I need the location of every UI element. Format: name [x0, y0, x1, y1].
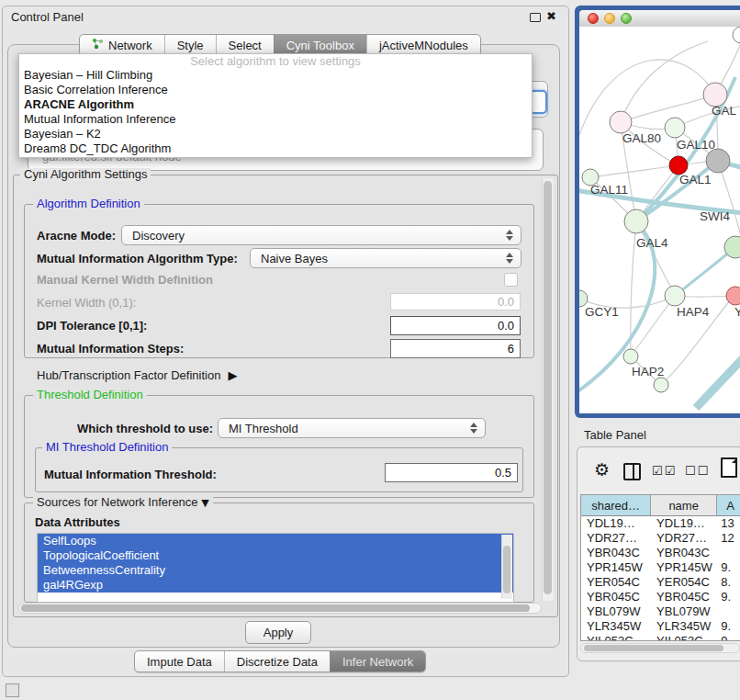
settings-gear-icon[interactable]: ⚙: [594, 459, 610, 480]
table-cell[interactable]: YDL19…: [651, 516, 717, 531]
table-cell[interactable]: YBR045C: [581, 590, 651, 604]
network-node-hap4[interactable]: [665, 286, 685, 306]
network-node-y[interactable]: [726, 287, 740, 305]
table-cell[interactable]: YIL053C: [581, 634, 651, 641]
which-threshold-select[interactable]: MI Threshold: [218, 418, 486, 438]
network-node-gal80[interactable]: [610, 111, 632, 133]
table-cell[interactable]: YPR145W: [581, 560, 651, 575]
table-row[interactable]: YER054CYER054C8.: [581, 575, 740, 590]
table-hscrollbar-thumb[interactable]: [584, 645, 723, 651]
tab-jactivemnodules[interactable]: jActiveMNodules: [366, 35, 480, 55]
zoom-traffic-light[interactable]: [621, 13, 632, 24]
bottom-tab-infer-network[interactable]: Infer Network: [330, 651, 425, 672]
table-cell[interactable]: 13: [717, 516, 740, 531]
table-row[interactable]: YBR045CYBR045C9.: [581, 590, 740, 604]
table-cell[interactable]: 9.: [717, 560, 740, 575]
mi-algorithm-type-select[interactable]: Naive Bayes: [250, 248, 521, 268]
network-node-hap2[interactable]: [623, 349, 638, 364]
network-node-gal4[interactable]: [624, 209, 648, 233]
table-cell[interactable]: YDL19…: [581, 516, 651, 531]
table-cell[interactable]: YDR27…: [651, 531, 717, 546]
table-cell[interactable]: YER054C: [651, 575, 717, 590]
table-cell[interactable]: YBL079W: [651, 604, 717, 619]
table-row[interactable]: YLR345WYLR345W9.: [581, 619, 740, 634]
table-cell[interactable]: YBR043C: [651, 546, 717, 560]
close-icon[interactable]: ✖: [546, 9, 556, 23]
table-row[interactable]: YDR27…YDR27…12: [581, 531, 740, 546]
column-header-shared[interactable]: shared…: [581, 495, 651, 515]
table-cell[interactable]: YBL079W: [581, 604, 651, 619]
dpi-tolerance-field[interactable]: 0.0: [390, 316, 521, 335]
table-cell[interactable]: YER054C: [581, 575, 651, 590]
tab-cyni-toolbox[interactable]: Cyni Toolbox: [274, 35, 366, 55]
table-cell[interactable]: 8.: [717, 575, 740, 590]
expanded-arrow-icon[interactable]: ▼: [201, 497, 208, 509]
attribute-item-betweennesscentrality[interactable]: BetweennessCentrality: [38, 563, 513, 578]
bottom-tab-discretize-data[interactable]: Discretize Data: [224, 651, 330, 672]
deselect-all-checkboxes-icon[interactable]: ☐☐: [685, 464, 710, 478]
table-cell[interactable]: YBR045C: [651, 590, 717, 604]
kernel-width-field[interactable]: 0.0: [390, 293, 521, 310]
table-cell[interactable]: YLR345W: [581, 619, 651, 634]
tab-select[interactable]: Select: [216, 35, 274, 55]
table-cell[interactable]: 9: [717, 634, 740, 641]
column-header-a[interactable]: A: [717, 495, 740, 515]
collapsed-arrow-icon[interactable]: ▶: [228, 368, 237, 382]
mi-steps-field[interactable]: 6: [390, 339, 521, 358]
table-cell[interactable]: 9.: [717, 590, 740, 604]
table-cell[interactable]: 12: [717, 531, 740, 546]
table-cell[interactable]: YIL053C: [651, 634, 717, 641]
attributes-scrollbar-thumb[interactable]: [503, 546, 510, 593]
tab-style[interactable]: Style: [164, 35, 216, 55]
network-node-gal1[interactable]: [669, 156, 688, 175]
dropdown-item-bayesian-hill-climbing[interactable]: Bayesian – Hill Climbing: [19, 68, 532, 83]
aracne-mode-select[interactable]: Discovery: [121, 225, 521, 245]
attributes-scrollbar[interactable]: [501, 535, 512, 599]
settings-scrollbar-thumb[interactable]: [544, 181, 552, 594]
table-row[interactable]: YBL079WYBL079W: [581, 604, 740, 619]
close-traffic-light[interactable]: [588, 13, 599, 24]
apply-button[interactable]: Apply: [245, 621, 311, 644]
bottom-tab-impute-data[interactable]: Impute Data: [135, 651, 224, 672]
table-cell[interactable]: YDR27…: [581, 531, 651, 546]
table-row[interactable]: YIL053CYIL053C9: [581, 634, 740, 641]
table-row[interactable]: YBR043CYBR043C: [581, 546, 740, 560]
mi-threshold-field[interactable]: 0.5: [385, 463, 518, 482]
dropdown-item-basic-correlation-inference[interactable]: Basic Correlation Inference: [19, 83, 532, 97]
dropdown-item-dream8-dc-tdc-algorithm[interactable]: Dream8 DC_TDC Algorithm: [19, 141, 532, 156]
dropdown-item-aracne-algorithm[interactable]: ARACNE Algorithm: [19, 97, 532, 112]
table-cell[interactable]: YBR043C: [581, 546, 651, 560]
tab-network[interactable]: Network: [80, 35, 164, 55]
sources-group-title: Sources for Network Inference ▼: [33, 496, 213, 510]
hub-definition-section[interactable]: Hub/Transcription Factor Definition ▶: [37, 368, 237, 382]
select-all-checkboxes-icon[interactable]: ☑☑: [652, 464, 677, 478]
table-row[interactable]: YDL19…YDL19…13: [581, 516, 740, 531]
network-node[interactable]: [654, 378, 668, 392]
network-canvas[interactable]: GALGAL80GAL10GAL1GAL11GAL4SWI4GCY1HAP4YH…: [579, 27, 740, 413]
attribute-item-gal4rgexp[interactable]: gal4RGexp: [38, 578, 513, 593]
table-cell[interactable]: YPR145W: [651, 560, 717, 575]
table-cell[interactable]: [717, 604, 740, 619]
network-node-gal10[interactable]: [665, 118, 685, 138]
settings-vertical-scrollbar[interactable]: [542, 178, 554, 601]
column-header-name[interactable]: name: [651, 495, 717, 515]
minimize-traffic-light[interactable]: [604, 13, 615, 24]
table-cell[interactable]: YLR345W: [651, 619, 717, 634]
settings-horizontal-scrollbar[interactable]: [18, 603, 542, 614]
table-cell[interactable]: [717, 546, 740, 560]
table-cell[interactable]: 9.: [717, 619, 740, 634]
collapsed-panel-icon[interactable]: [6, 683, 19, 697]
table-horizontal-scrollbar[interactable]: [580, 643, 740, 653]
split-columns-icon[interactable]: [623, 463, 641, 480]
attribute-item-selfloops[interactable]: SelfLoops: [38, 534, 513, 548]
dropdown-item-bayesian-k2[interactable]: Bayesian – K2: [19, 127, 532, 141]
manual-kernel-checkbox[interactable]: [504, 273, 518, 287]
dropdown-item-mutual-information-inference[interactable]: Mutual Information Inference: [19, 112, 532, 127]
float-panel-icon[interactable]: [530, 13, 541, 22]
attribute-item-topologicalcoefficient[interactable]: TopologicalCoefficient: [38, 548, 513, 563]
network-node[interactable]: [733, 27, 740, 43]
network-node[interactable]: [706, 149, 730, 173]
settings-hscrollbar-thumb[interactable]: [21, 604, 530, 612]
new-document-icon[interactable]: [721, 457, 737, 478]
table-row[interactable]: YPR145WYPR145W9.: [581, 560, 740, 575]
